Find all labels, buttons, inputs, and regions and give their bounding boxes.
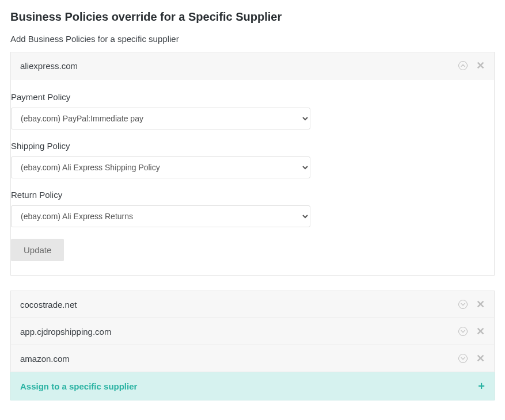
supplier-row-aliexpress: aliexpress.com ✕ bbox=[10, 52, 495, 79]
close-icon[interactable]: ✕ bbox=[476, 60, 485, 71]
supplier-row-amazon: amazon.com ✕ bbox=[10, 345, 495, 372]
chevron-down-icon[interactable] bbox=[458, 327, 468, 336]
supplier-name: aliexpress.com bbox=[20, 61, 458, 71]
return-policy-label: Return Policy bbox=[11, 190, 494, 200]
close-icon[interactable]: ✕ bbox=[476, 299, 485, 310]
assign-supplier-label: Assign to a specific supplier bbox=[20, 381, 478, 391]
shipping-policy-select[interactable]: (ebay.com) Ali Express Shipping Policy bbox=[11, 156, 310, 178]
chevron-down-icon[interactable] bbox=[458, 354, 468, 363]
supplier-row-cjdropshipping: app.cjdropshipping.com ✕ bbox=[10, 318, 495, 345]
payment-policy-select[interactable]: (ebay.com) PayPal:Immediate pay bbox=[11, 108, 310, 129]
plus-icon: + bbox=[478, 380, 485, 392]
payment-policy-label: Payment Policy bbox=[11, 92, 494, 102]
return-policy-select[interactable]: (ebay.com) Ali Express Returns bbox=[11, 205, 310, 227]
chevron-down-icon[interactable] bbox=[458, 300, 468, 309]
supplier-name: app.cjdropshipping.com bbox=[20, 327, 458, 337]
supplier-header[interactable]: aliexpress.com ✕ bbox=[11, 52, 494, 79]
shipping-policy-label: Shipping Policy bbox=[11, 141, 494, 151]
supplier-header[interactable]: cocostrade.net ✕ bbox=[11, 291, 494, 318]
supplier-name: amazon.com bbox=[20, 354, 458, 364]
supplier-header[interactable]: app.cjdropshipping.com ✕ bbox=[11, 318, 494, 345]
close-icon[interactable]: ✕ bbox=[476, 326, 485, 337]
page-title: Business Policies override for a Specifi… bbox=[10, 10, 495, 24]
supplier-name: cocostrade.net bbox=[20, 300, 458, 310]
supplier-row-cocostrade: cocostrade.net ✕ bbox=[10, 291, 495, 318]
page-subtitle: Add Business Policies for a specific sup… bbox=[10, 34, 495, 44]
close-icon[interactable]: ✕ bbox=[476, 353, 485, 364]
chevron-up-icon[interactable] bbox=[458, 61, 468, 70]
assign-supplier-row[interactable]: Assign to a specific supplier + bbox=[10, 372, 495, 400]
supplier-panel: Payment Policy (ebay.com) PayPal:Immedia… bbox=[10, 79, 495, 276]
supplier-header[interactable]: amazon.com ✕ bbox=[11, 345, 494, 372]
update-button[interactable]: Update bbox=[11, 239, 64, 261]
